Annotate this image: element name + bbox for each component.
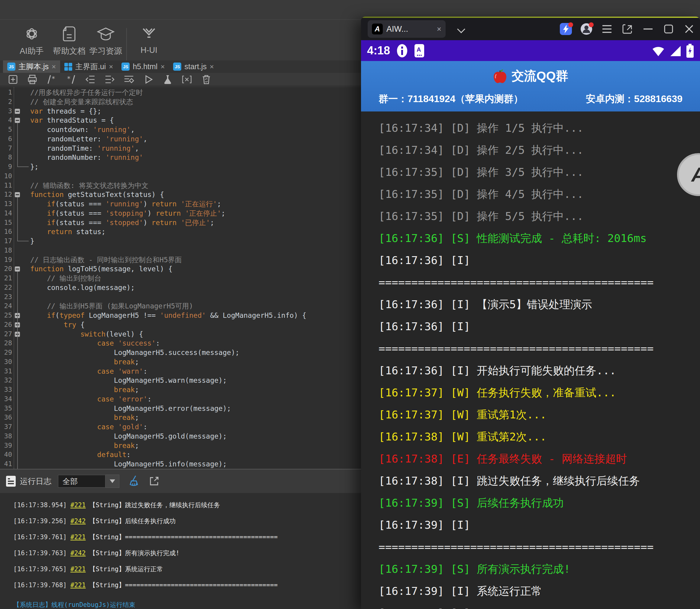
line-number: 18 [0, 246, 12, 255]
line-number: 22 [0, 283, 12, 292]
fold-marker-icon[interactable] [15, 118, 20, 123]
close-icon[interactable]: × [210, 63, 214, 70]
log-list-icon [5, 475, 16, 487]
format-code-icon[interactable] [123, 74, 135, 85]
run-log-output[interactable]: [16:17:38.954]#221【String】跳过失败任务，继续执行后续任… [0, 493, 361, 609]
fold-guide-line [17, 197, 18, 241]
close-icon[interactable] [683, 23, 695, 35]
outdent-icon[interactable] [85, 74, 96, 85]
console-log-line: [16:17:35] [D] 操作 3/5 执行中... [379, 161, 700, 183]
line-number: 3 [0, 107, 12, 116]
log-message: 【String】跳过失败任务，继续执行后续任务 [89, 502, 220, 509]
tab-main-ui[interactable]: 主界面.ui × [60, 60, 117, 73]
log-line: [16:17:38.954]#221【String】跳过失败任务，继续执行后续任… [13, 497, 361, 513]
print-icon[interactable] [27, 74, 38, 85]
line-number: 37 [0, 422, 12, 432]
code-line: 20function logToH5(message, level) { [0, 264, 361, 274]
toolbar-button-label: AI助手 [20, 46, 44, 56]
log-ref-link[interactable]: #221 [70, 566, 86, 573]
uncomment-icon[interactable]: * [65, 74, 76, 85]
code-line: 34 case 'error': [0, 395, 361, 404]
close-icon[interactable]: × [109, 63, 113, 70]
tab-main-script[interactable]: JS 主脚本.js × [3, 60, 60, 73]
log-message: 【String】================================… [89, 534, 278, 541]
indent-icon[interactable] [104, 74, 115, 85]
status-time: 4:18 [367, 44, 390, 57]
open-external-icon[interactable] [148, 475, 160, 487]
window-tab[interactable]: A AIW... × [368, 20, 445, 38]
lightning-badge-icon[interactable] [560, 23, 572, 35]
minimize-icon[interactable] [642, 23, 654, 35]
log-timestamp: [16:17:39.256] [13, 518, 67, 525]
line-number: 25 [0, 311, 12, 320]
toolbar-button-label: H-UI [140, 46, 157, 55]
code-line: 26 try { [0, 320, 361, 330]
log-filter-dropdown-button[interactable] [105, 474, 119, 488]
toolbar-button-help-docs[interactable]: 帮助文档 [50, 25, 89, 56]
log-line: [16:17:39.761]#221【String】==============… [13, 529, 361, 545]
code-line: 24 // 输出到H5界面 (如果LogManagerH5可用) [0, 301, 361, 311]
fold-marker-icon[interactable] [15, 266, 20, 272]
code-line: 41 LogManagerH5.info(message); [0, 459, 361, 469]
apple-icon [493, 69, 507, 84]
line-number: 33 [0, 385, 12, 395]
toolbar-button-learning[interactable]: 学习资源 [86, 25, 125, 56]
close-icon[interactable]: × [160, 63, 165, 70]
svg-text:*: * [51, 75, 55, 83]
toolbar-button-ai-assistant[interactable]: AI助手 [12, 25, 51, 56]
tab-label: h5.html [133, 62, 157, 71]
line-number: 10 [0, 172, 12, 181]
ui-grid-icon [64, 63, 72, 71]
fold-marker-icon[interactable] [15, 192, 20, 197]
maximize-icon[interactable] [663, 23, 675, 35]
line-number: 1 [0, 88, 12, 97]
console-log-line: [16:17:35] [D] 操作 4/5 执行中... [379, 183, 700, 205]
toolbar-button-partial[interactable]: 网 [0, 25, 10, 56]
comment-icon[interactable]: * [46, 74, 57, 85]
code-line: 12function getStatusText(status) { [0, 190, 361, 199]
tab-h5-html[interactable]: JS h5.html × [117, 60, 169, 73]
log-ref-link[interactable]: #221 [70, 581, 86, 589]
line-number: 24 [0, 301, 12, 311]
line-number: 9 [0, 162, 12, 172]
line-number: 17 [0, 237, 12, 246]
clear-trash-icon[interactable] [200, 74, 212, 85]
toolbar-button-hui[interactable]: H-UI [129, 25, 169, 55]
log-ref-link[interactable]: #242 [70, 518, 86, 525]
notification-dot [589, 22, 594, 27]
code-line: 11// 辅助函数: 将英文状态转换为中文 [0, 181, 361, 190]
menu-icon[interactable] [601, 23, 613, 35]
clear-log-broom-icon[interactable] [128, 475, 140, 488]
console-log-line: [16:17:36] [I] [379, 249, 700, 271]
js-file-icon: JS [121, 63, 129, 71]
account-icon[interactable] [580, 23, 592, 35]
h5-log-console[interactable]: [16:17:34] [D] 操作 1/5 执行中...[16:17:34] [… [361, 111, 700, 609]
log-ref-link[interactable]: #221 [70, 534, 86, 541]
console-log-line: ========================================… [379, 536, 700, 558]
line-number: 28 [0, 338, 12, 348]
close-icon[interactable]: × [52, 63, 56, 70]
log-ref-link[interactable]: #221 [70, 502, 86, 509]
screenshot-icon[interactable] [622, 23, 633, 35]
toolbar-button-label: 帮助文档 [53, 46, 86, 56]
fold-marker-icon[interactable] [15, 109, 20, 114]
notification-dot [568, 22, 573, 27]
test-flask-icon[interactable] [162, 74, 173, 85]
code-line: 18 [0, 246, 361, 255]
qq-group-row: 群一：711841924（苹果内测群） 安卓内测：528816639 [379, 92, 682, 106]
console-log-line: [16:17:34] [D] 操作 2/5 执行中... [379, 139, 700, 161]
tab-start-js[interactable]: JS start.js × [169, 60, 218, 73]
close-brackets-icon[interactable] [181, 74, 192, 85]
titlebar-actions [560, 18, 695, 40]
line-number: 14 [0, 209, 12, 218]
code-editor[interactable]: 1//用多线程异步子任务运行一个定时2// 创建全局变量来跟踪线程状态3var … [0, 87, 361, 469]
code-line: 30 break; [0, 358, 361, 367]
chevron-down-icon[interactable] [457, 25, 465, 33]
run-icon[interactable] [143, 74, 154, 85]
line-number: 26 [0, 320, 12, 330]
close-icon[interactable]: × [437, 24, 441, 34]
log-filter-select[interactable]: 全部 [58, 475, 105, 488]
line-number: 36 [0, 413, 12, 422]
log-ref-link[interactable]: #242 [70, 550, 86, 557]
new-file-icon[interactable] [7, 74, 18, 85]
